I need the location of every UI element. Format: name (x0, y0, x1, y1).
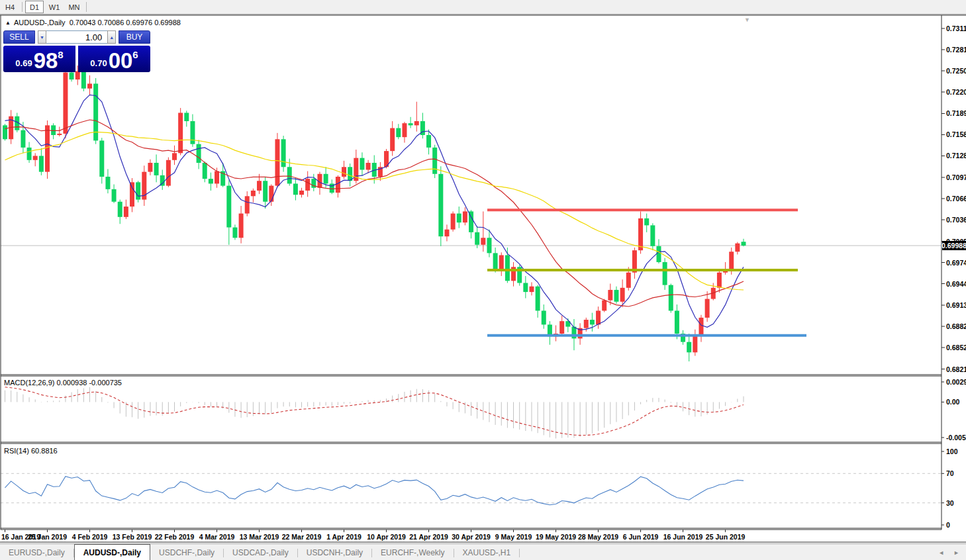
candle-body (63, 73, 68, 134)
candle-body (529, 287, 534, 292)
candle-body (650, 225, 655, 246)
tab-scroll-right-icon[interactable]: ► (953, 549, 959, 556)
candle-body (614, 290, 618, 302)
candle-body (536, 287, 540, 311)
candle-body (263, 181, 267, 201)
volume-decrease-button[interactable]: ▼ (38, 30, 46, 44)
date-axis-label: 19 May 2019 (536, 533, 576, 541)
candle-body (81, 71, 86, 89)
candle-body (656, 246, 661, 262)
candle-body (251, 191, 256, 196)
candle-body (342, 167, 346, 177)
candle-body (3, 125, 7, 139)
price-axis-label: 0.68210 (946, 365, 966, 373)
candle-body (444, 230, 449, 236)
candle-body (481, 238, 485, 244)
timeframe-button-mn[interactable]: MN (65, 1, 83, 13)
candle-body (269, 186, 273, 202)
candle-body (21, 130, 25, 148)
candle-body (299, 191, 304, 195)
candle-body (257, 181, 262, 191)
chart-tab-bar: EURUSD-,DailyAUDUSD-,DailyUSDCHF-,DailyU… (0, 543, 966, 560)
date-axis-label: 13 Feb 2019 (113, 533, 152, 541)
rsi-line (5, 477, 744, 505)
timeframe-button-h4[interactable]: H4 (1, 1, 19, 13)
candle-body (409, 123, 413, 125)
current-price-badge: 0.69988 (942, 241, 966, 250)
candle-body (590, 320, 595, 324)
candle-body (596, 310, 601, 324)
candle-body (209, 179, 213, 183)
sell-button[interactable]: SELL (3, 30, 35, 44)
chart-canvas[interactable] (0, 15, 966, 543)
candle-body (735, 244, 740, 252)
candle-body (451, 214, 456, 230)
candle-body (638, 218, 643, 250)
candle-body (705, 299, 710, 318)
candle-body (275, 139, 279, 185)
rsi-scale-label: 70 (946, 469, 954, 477)
timeframe-button-d1[interactable]: D1 (25, 1, 44, 13)
candle-body (172, 153, 177, 160)
timeframe-button-w1[interactable]: W1 (45, 1, 64, 13)
candle-body (414, 121, 419, 125)
tab-scroll-left-icon[interactable]: ◄ (938, 549, 944, 556)
candle-body (487, 238, 491, 253)
macd-scale-label: 0.00 (946, 398, 959, 406)
candle-body (717, 273, 722, 288)
chart-tab-eurchf[interactable]: EURCHF-,Weekly (372, 545, 453, 560)
macd-signal-line (5, 387, 744, 436)
chart-tab-usdcad[interactable]: USDCAD-,Daily (224, 545, 297, 560)
volume-increase-button[interactable]: ▲ (107, 30, 116, 44)
date-axis-label: 6 Jun 2019 (623, 533, 659, 541)
candle-body (226, 186, 231, 228)
date-axis-label: 9 May 2019 (495, 533, 532, 541)
macd-scale-label: -0.005256 (946, 434, 966, 442)
price-axis-label: 0.70970 (946, 173, 966, 181)
candle-body (396, 128, 401, 138)
candle-body (559, 321, 564, 334)
date-axis-label: 1 Apr 2019 (326, 533, 362, 541)
chart-tab-eurusd[interactable]: EURUSD-,Daily (0, 545, 73, 560)
candle-body (626, 273, 631, 288)
candle-body (45, 125, 50, 171)
candle-body (360, 158, 364, 170)
collapse-arrow-icon[interactable]: ▲ (5, 20, 11, 26)
sell-price-box[interactable]: 0.69 98 8 (3, 46, 75, 72)
buy-price-box[interactable]: 0.70 00 6 (78, 46, 150, 72)
candle-body (432, 148, 437, 174)
candle-body (136, 182, 140, 199)
date-axis-label: 25 Jan 2019 (28, 533, 67, 541)
price-axis-label: 0.70665 (946, 195, 966, 203)
candle-body (57, 134, 62, 135)
price-axis-label: 0.69130 (946, 301, 966, 309)
chart-ohlc-label: 0.70043 0.70086 0.69976 0.69988 (70, 19, 181, 26)
chart-tab-audusd[interactable]: AUDUSD-,Daily (74, 544, 150, 560)
candle-body (39, 156, 44, 171)
rsi-scale-label: 0 (946, 521, 950, 529)
chart-tab-usdcnh[interactable]: USDCNH-,Daily (298, 545, 371, 560)
candle-body (154, 163, 159, 175)
candle-body (215, 171, 219, 184)
candle-body (523, 283, 528, 292)
chart-window: ▲AUDUSD-,Daily 0.70043 0.70086 0.69976 0… (0, 15, 966, 543)
candle-body (70, 73, 74, 79)
candle-body (505, 255, 510, 281)
date-axis-label: 28 May 2019 (578, 533, 618, 541)
candle-body (644, 218, 649, 225)
candle-body (245, 196, 250, 213)
date-axis-label: 4 Mar 2019 (199, 533, 235, 541)
price-axis-label: 0.70360 (946, 216, 966, 224)
candle-body (324, 174, 328, 184)
price-axis-label: 0.71280 (946, 152, 966, 160)
chart-tab-xauusd[interactable]: XAUUSD-,H1 (454, 545, 520, 560)
candle-body (366, 163, 371, 169)
candle-body (184, 113, 189, 121)
chart-tab-usdchf[interactable]: USDCHF-,Daily (150, 545, 223, 560)
candle-body (232, 228, 237, 238)
volume-input[interactable] (46, 30, 108, 44)
chart-shift-marker-icon[interactable]: ▼ (744, 17, 750, 23)
buy-button[interactable]: BUY (119, 30, 150, 44)
candle-body (124, 207, 128, 217)
candle-body (475, 232, 479, 245)
